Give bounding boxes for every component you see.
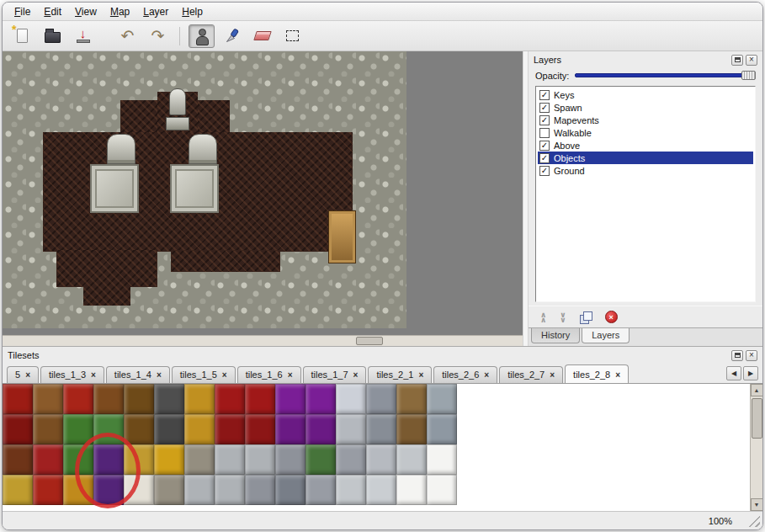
tileset-tab-tiles_1_7[interactable]: tiles_1_7× [303, 366, 367, 383]
map-canvas[interactable] [3, 51, 406, 328]
layer-row-objects[interactable]: ✓Objects [538, 152, 753, 164]
tileset-tile[interactable] [275, 414, 305, 444]
layer-visibility-checkbox[interactable]: ✓ [539, 90, 550, 100]
menu-edit[interactable]: Edit [37, 4, 68, 19]
delete-layer-button[interactable]: × [605, 311, 618, 323]
resize-grip[interactable] [748, 515, 760, 527]
tileset-tile[interactable] [396, 475, 427, 505]
tab-close-icon[interactable]: × [91, 371, 96, 379]
tileset-tile[interactable] [184, 475, 215, 505]
tileset-tile[interactable] [215, 444, 245, 475]
close-panel-button[interactable]: × [746, 350, 757, 361]
tileset-tile[interactable] [93, 444, 124, 475]
tileset-tile[interactable] [245, 414, 275, 444]
layer-row-walkable[interactable]: Walkable [538, 126, 753, 139]
layer-row-spawn[interactable]: ✓Spawn [538, 101, 753, 114]
menu-file[interactable]: File [8, 4, 37, 19]
tileset-tile[interactable] [336, 414, 366, 444]
tileset-tile[interactable] [63, 414, 93, 444]
tileset-tab-tiles_2_1[interactable]: tiles_2_1× [368, 366, 432, 383]
tab-close-icon[interactable]: × [157, 371, 162, 379]
tab-scroll-left-button[interactable]: ◀ [726, 366, 741, 380]
select-tool-button[interactable] [279, 24, 305, 48]
tileset-tile[interactable] [93, 384, 124, 414]
tileset-tab-tiles_1_6[interactable]: tiles_1_6× [237, 366, 301, 383]
tileset-tab-tiles_2_7[interactable]: tiles_2_7× [499, 366, 563, 383]
tileset-vertical-scrollbar[interactable]: ▲ ▼ [750, 384, 762, 511]
layer-visibility-checkbox[interactable]: ✓ [539, 103, 550, 113]
slider-handle[interactable] [741, 71, 756, 80]
tileset-tab-tiles_1_5[interactable]: tiles_1_5× [172, 366, 236, 383]
redo-button[interactable]: ↷ [145, 24, 171, 48]
tab-close-icon[interactable]: × [353, 371, 359, 379]
scrollbar-thumb[interactable] [752, 398, 762, 439]
tileset-tile[interactable] [33, 414, 63, 444]
layer-row-ground[interactable]: ✓Ground [538, 164, 753, 177]
tileset-tile[interactable] [33, 475, 63, 505]
tileset-tab-tiles_2_8[interactable]: tiles_2_8× [565, 364, 629, 383]
map-horizontal-scrollbar[interactable] [3, 335, 523, 346]
tileset-tab-tiles_2_6[interactable]: tiles_2_6× [433, 366, 497, 383]
tab-close-icon[interactable]: × [418, 371, 423, 379]
paint-tool-button[interactable] [219, 24, 245, 48]
tileset-tile[interactable] [93, 475, 124, 505]
tileset-tile[interactable] [154, 414, 184, 444]
scrollbar-thumb[interactable] [356, 337, 383, 345]
tileset-tile[interactable] [275, 475, 305, 505]
layer-visibility-checkbox[interactable] [539, 128, 550, 138]
tileset-tile[interactable] [215, 475, 245, 505]
scroll-up-button[interactable]: ▲ [751, 384, 763, 396]
tileset-tile[interactable] [154, 444, 184, 475]
tileset-tile[interactable] [154, 475, 184, 505]
tileset-tile[interactable] [245, 475, 275, 505]
save-button[interactable]: ↓ [70, 24, 96, 48]
undo-button[interactable]: ↶ [114, 24, 141, 48]
tileset-tile[interactable] [305, 444, 336, 475]
menu-help[interactable]: Help [175, 4, 210, 19]
tileset-tile[interactable] [33, 384, 63, 414]
tileset-tile[interactable] [3, 414, 33, 444]
tileset-tile[interactable] [366, 414, 396, 444]
tileset-tile[interactable] [305, 414, 336, 444]
layer-row-above[interactable]: ✓Above [538, 139, 753, 152]
slider-track[interactable] [575, 73, 754, 77]
tab-close-icon[interactable]: × [25, 371, 30, 379]
move-layer-up-button[interactable]: ∧∧ [540, 312, 546, 322]
tab-close-icon[interactable]: × [288, 371, 293, 379]
tab-close-icon[interactable]: × [615, 371, 620, 379]
tileset-tile[interactable] [33, 444, 63, 475]
tileset-tile[interactable] [3, 444, 33, 475]
tileset-tile[interactable] [245, 444, 275, 475]
tileset-tile[interactable] [427, 444, 457, 475]
tileset-tile[interactable] [215, 414, 245, 444]
move-layer-down-button[interactable]: ∨∨ [560, 312, 566, 322]
tab-layers[interactable]: Layers [582, 328, 630, 343]
tileset-tile[interactable] [3, 384, 33, 414]
tileset-tile[interactable] [366, 475, 396, 505]
tab-scroll-right-button[interactable]: ▶ [743, 366, 758, 380]
tileset-tile[interactable] [245, 384, 275, 414]
scroll-down-button[interactable]: ▼ [751, 498, 763, 511]
tileset-tile[interactable] [427, 414, 457, 444]
tab-history[interactable]: History [531, 328, 580, 343]
tileset-tile[interactable] [275, 444, 305, 475]
open-button[interactable] [40, 24, 66, 48]
map-viewport[interactable] [3, 51, 523, 335]
close-panel-button[interactable]: × [746, 55, 757, 66]
tileset-tile[interactable] [184, 444, 215, 475]
tileset-tile[interactable] [93, 414, 124, 444]
tileset-tile[interactable] [396, 444, 427, 475]
tileset-tile[interactable] [63, 384, 93, 414]
tileset-tile[interactable] [396, 414, 427, 444]
tileset-tile[interactable] [336, 475, 366, 505]
tab-close-icon[interactable]: × [222, 371, 227, 379]
tileset-tile[interactable] [336, 384, 366, 414]
layer-row-keys[interactable]: ✓Keys [538, 88, 753, 101]
tileset-tile[interactable] [154, 384, 184, 414]
new-map-button[interactable]: * [9, 24, 35, 48]
tileset-tile[interactable] [124, 414, 154, 444]
tileset-tile[interactable] [124, 444, 154, 475]
tileset-tile[interactable] [124, 475, 154, 505]
tab-close-icon[interactable]: × [484, 371, 489, 379]
menu-layer[interactable]: Layer [136, 4, 175, 19]
